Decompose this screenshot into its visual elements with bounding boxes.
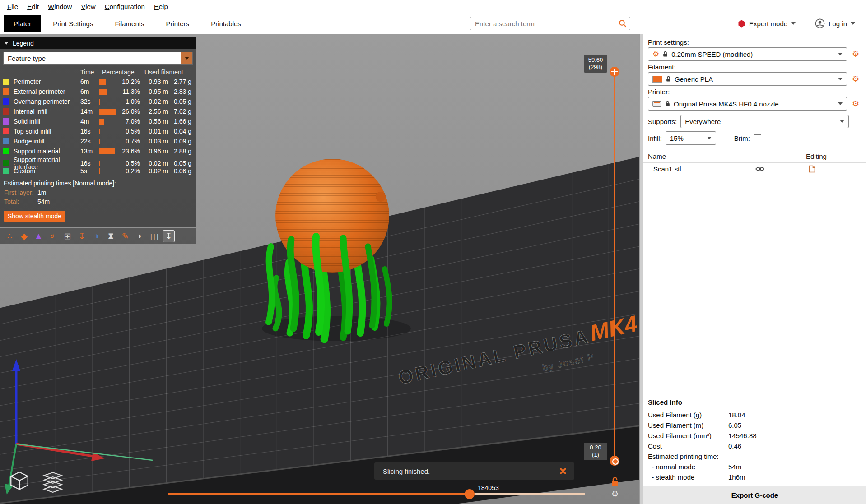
prusaslicer-app: { "menu_bar": {"items": ["File", "Edit",… <box>0 0 866 504</box>
slider-settings-gear-icon[interactable]: ⚙ <box>610 489 620 499</box>
visibility-eye-icon[interactable] <box>755 166 764 172</box>
printer-value: Original Prusa MK4S HF0.4 nozzle <box>674 100 779 108</box>
chevron-down-icon <box>707 137 712 139</box>
move-slider-value: 184053 <box>478 484 499 491</box>
edit-object-icon[interactable] <box>773 165 861 173</box>
expert-mode-icon <box>738 20 745 28</box>
infill-select[interactable]: 15% <box>666 131 716 145</box>
feature-color-swatch <box>3 168 9 174</box>
legend-header[interactable]: Legend <box>0 37 196 49</box>
sliced-info-row: - normal mode54m <box>643 462 866 472</box>
export-gcode-button[interactable]: Export G-code <box>643 486 866 504</box>
tab-plater[interactable]: Plater <box>4 15 41 32</box>
lock-icon <box>666 76 671 82</box>
lock-icon <box>665 101 670 107</box>
search-input[interactable] <box>470 17 630 30</box>
brim-checkbox[interactable] <box>754 134 761 142</box>
login-button[interactable]: Log in <box>815 18 855 28</box>
slider-lock-icon[interactable] <box>610 476 620 487</box>
filament-color-swatch <box>652 76 662 83</box>
height-range-icon[interactable]: ▲ <box>33 230 45 242</box>
layer-slider-bottom-handle[interactable] <box>610 456 619 466</box>
move-slider-track[interactable] <box>168 493 585 495</box>
layers-chevrons-icon[interactable]: » <box>47 230 59 242</box>
printer-label: Printer: <box>643 87 866 97</box>
move-slider-handle[interactable] <box>465 489 475 499</box>
view-toolbar: ∴◆▲»⊞↧◑⧗✎◗◫↧ <box>0 228 196 244</box>
notification-close-icon[interactable] <box>557 465 569 477</box>
login-label: Log in <box>829 20 847 28</box>
legend-title: Legend <box>13 40 34 47</box>
half-sphere-icon[interactable]: ◗ <box>134 230 146 242</box>
menu-item-help[interactable]: Help <box>149 3 172 10</box>
travel-sphere-icon[interactable]: ◑ <box>90 230 102 242</box>
sliced-info-row: Used Filament (g)18.04 <box>643 410 866 420</box>
supports-select[interactable]: Everywhere <box>680 115 849 128</box>
tab-print-settings[interactable]: Print Settings <box>43 15 103 32</box>
menu-item-file[interactable]: File <box>3 3 23 10</box>
legend-row: Custom5s0.2%0.02 m0.06 g <box>0 166 196 176</box>
menu-item-configuration[interactable]: Configuration <box>100 3 149 10</box>
menu-item-window[interactable]: Window <box>43 3 76 10</box>
pull-down-icon[interactable]: ↧ <box>163 230 175 242</box>
tool-marks-icon[interactable]: ∴ <box>4 230 16 242</box>
estimated-times-title: Estimated printing times [Normal mode]: <box>0 176 196 188</box>
printer-gear-button[interactable]: ⚙ <box>850 98 861 110</box>
paint-icon[interactable]: ✎ <box>119 230 131 242</box>
view-type-select[interactable]: Feature type <box>3 52 193 65</box>
sliced-info-title: Sliced Info <box>643 398 866 410</box>
place-on-bed-icon[interactable]: ↧ <box>76 230 88 242</box>
viewport-3d[interactable]: ORIGINAL PRUSA MK4 by Josef P <box>0 34 643 504</box>
show-stealth-mode-button[interactable]: Show stealth mode <box>4 211 65 222</box>
notification-toast: Slicing finished. <box>374 462 574 480</box>
grid-icon[interactable]: ⊞ <box>61 230 74 242</box>
tab-bar: PlaterPrint SettingsFilamentsPrintersPri… <box>0 13 866 34</box>
view-type-dropdown-button[interactable] <box>181 52 192 64</box>
sliced-info-rows: Used Filament (g)18.04Used Filament (m)6… <box>643 410 866 482</box>
menu-item-view[interactable]: View <box>76 3 100 10</box>
mode-selector[interactable]: Expert mode <box>738 20 796 28</box>
object-list-row[interactable]: Scan1.stl <box>643 163 866 175</box>
sliced-info-row: Used Filament (mm³)14546.88 <box>643 430 866 441</box>
chevron-down-icon <box>851 22 855 25</box>
search-box <box>470 17 630 30</box>
move-slider-fill <box>168 493 470 495</box>
avatar-icon <box>815 18 825 28</box>
editor-view-icon[interactable] <box>6 467 33 495</box>
feature-color-swatch <box>3 128 9 134</box>
legend-row: Internal infill14m26.0%2.56 m7.62 g <box>0 106 196 116</box>
lock-icon <box>663 51 668 57</box>
search-icon[interactable] <box>619 19 627 28</box>
filament-gear-button[interactable]: ⚙ <box>850 73 861 85</box>
brim-label: Brim: <box>734 134 750 142</box>
gcode-shell-icon[interactable]: ◆ <box>18 230 30 242</box>
chevron-down-icon <box>838 102 843 105</box>
object-list-header: Name Editing <box>643 150 866 163</box>
sliced-info-row: Used Filament (m)6.05 <box>643 420 866 430</box>
print-settings-value: 0.20mm SPEED (modified) <box>671 51 753 58</box>
right-panel: Print settings: ⚙ 0.20mm SPEED (modified… <box>643 34 866 504</box>
legend-row: Support material interface16s0.5%0.02 m0… <box>0 156 196 166</box>
view-mode-switcher <box>6 467 66 495</box>
feature-color-swatch <box>3 118 9 125</box>
tab-printables[interactable]: Printables <box>201 15 251 32</box>
layer-slider-track[interactable] <box>614 72 615 461</box>
printer-select[interactable]: Original Prusa MK4S HF0.4 nozzle <box>648 97 847 111</box>
wireframe-icon[interactable]: ◫ <box>148 230 160 242</box>
feature-color-swatch <box>3 98 9 105</box>
layer-slider-top-tooltip: 59.60 (298) <box>584 55 607 73</box>
layer-slider-top-handle[interactable] <box>610 67 619 77</box>
preview-layers-icon[interactable] <box>40 467 66 495</box>
filament-select[interactable]: Generic PLA <box>648 72 847 86</box>
legend-rows: Perimeter6m10.2%0.93 m2.77 gExternal per… <box>0 77 196 176</box>
chevron-down-icon <box>838 78 843 80</box>
print-time-icon[interactable]: ⧗ <box>105 230 117 242</box>
feature-color-swatch <box>3 108 9 115</box>
menu-item-edit[interactable]: Edit <box>23 3 43 10</box>
feature-color-swatch <box>3 79 9 85</box>
tab-printers[interactable]: Printers <box>156 15 199 32</box>
gear-icon: ⚙ <box>652 50 659 59</box>
tab-filaments[interactable]: Filaments <box>105 15 154 32</box>
print-settings-select[interactable]: ⚙ 0.20mm SPEED (modified) <box>648 47 847 61</box>
print-settings-gear-button[interactable]: ⚙ <box>850 48 861 60</box>
